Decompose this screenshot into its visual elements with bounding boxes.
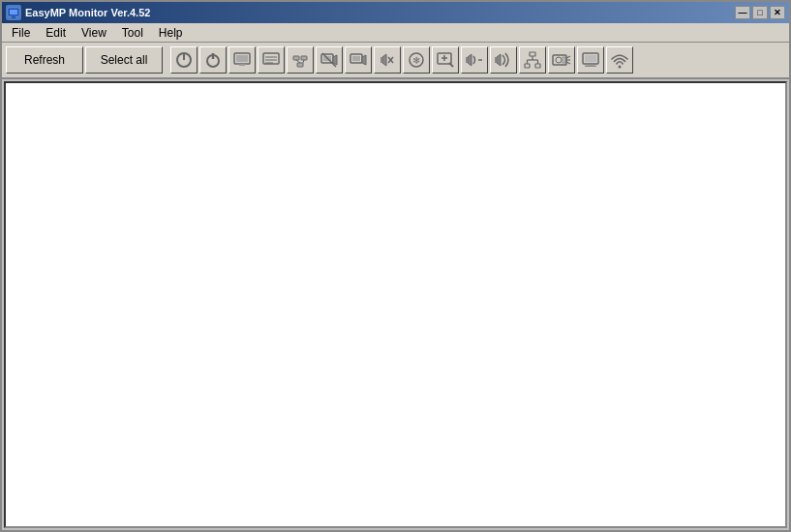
svg-rect-56 — [588, 64, 593, 66]
maximize-button[interactable]: □ — [752, 6, 768, 19]
list-view-icon — [261, 50, 281, 70]
close-button[interactable]: ✕ — [770, 6, 785, 19]
network-info-icon — [523, 50, 542, 70]
power-on-button[interactable] — [170, 46, 198, 74]
wireless-button[interactable] — [606, 46, 633, 74]
video-mute-button[interactable] — [345, 46, 372, 74]
display-control-icon — [581, 50, 600, 70]
power-on-icon — [174, 50, 194, 70]
wireless-icon — [610, 50, 629, 70]
svg-marker-21 — [333, 55, 337, 65]
minimize-button[interactable]: — — [735, 6, 750, 19]
svg-rect-15 — [301, 56, 307, 60]
svg-line-35 — [449, 63, 453, 67]
svg-point-49 — [556, 57, 562, 63]
power-off-button[interactable] — [199, 46, 227, 74]
title-text: EasyMP Monitor Ver.4.52 — [25, 7, 150, 18]
freeze-button[interactable]: ❄ — [403, 46, 430, 74]
list-view-button[interactable] — [258, 46, 285, 74]
svg-rect-53 — [563, 57, 565, 63]
title-bar: EasyMP Monitor Ver.4.52 — □ ✕ — [2, 2, 789, 23]
title-bar-left: EasyMP Monitor Ver.4.52 — [6, 5, 150, 20]
volume-down-icon — [465, 50, 484, 70]
svg-rect-41 — [530, 52, 535, 56]
svg-rect-2 — [12, 16, 15, 18]
volume-up-button[interactable] — [490, 46, 517, 74]
svg-rect-27 — [380, 57, 382, 63]
select-all-button[interactable]: Select all — [85, 46, 163, 74]
menu-tool[interactable]: Tool — [114, 24, 151, 42]
freeze-icon: ❄ — [407, 50, 426, 70]
volume-down-button[interactable] — [461, 46, 488, 74]
svg-rect-43 — [535, 64, 540, 68]
svg-text:❄: ❄ — [412, 55, 420, 66]
svg-rect-40 — [495, 57, 497, 63]
svg-rect-42 — [525, 64, 530, 68]
svg-rect-16 — [297, 63, 303, 67]
svg-rect-8 — [236, 55, 248, 62]
power-off-icon — [203, 50, 223, 70]
video-mute-icon — [349, 50, 368, 70]
display-settings-icon — [232, 50, 252, 70]
projector-settings-icon — [552, 50, 571, 70]
app-icon — [6, 5, 21, 20]
menu-view[interactable]: View — [74, 24, 114, 42]
input-select-icon — [290, 50, 310, 70]
zoom-button[interactable] — [432, 46, 459, 74]
refresh-button[interactable]: Refresh — [6, 46, 83, 74]
volume-up-icon — [494, 50, 513, 70]
menu-help[interactable]: Help — [151, 24, 191, 42]
svg-rect-57 — [585, 66, 596, 68]
svg-rect-37 — [466, 57, 468, 63]
zoom-icon — [436, 50, 455, 70]
svg-marker-26 — [382, 54, 386, 66]
input-select-button[interactable] — [287, 46, 314, 74]
svg-rect-10 — [263, 53, 279, 64]
svg-rect-55 — [585, 55, 596, 62]
av-mute-button[interactable] — [316, 46, 343, 74]
svg-point-58 — [619, 66, 622, 69]
svg-rect-14 — [293, 56, 299, 60]
svg-rect-9 — [239, 64, 245, 66]
projector-settings-button[interactable] — [548, 46, 575, 74]
content-area — [4, 81, 787, 528]
audio-mute-button[interactable] — [374, 46, 401, 74]
av-mute-icon — [319, 50, 339, 70]
svg-marker-25 — [362, 55, 366, 65]
display-control-button[interactable] — [577, 46, 604, 74]
audio-mute-icon — [378, 50, 397, 70]
toolbar: Refresh Select all — [2, 43, 789, 79]
network-info-button[interactable] — [519, 46, 546, 74]
title-controls: — □ ✕ — [735, 6, 785, 19]
svg-marker-39 — [497, 54, 501, 66]
display-settings-button[interactable] — [228, 46, 256, 74]
svg-rect-24 — [352, 56, 360, 61]
menu-bar: File Edit View Tool Help — [2, 23, 789, 43]
menu-edit[interactable]: Edit — [38, 24, 74, 42]
svg-rect-1 — [10, 10, 17, 15]
app-window: EasyMP Monitor Ver.4.52 — □ ✕ File Edit … — [0, 0, 791, 532]
svg-marker-36 — [468, 54, 472, 66]
menu-file[interactable]: File — [4, 24, 38, 42]
